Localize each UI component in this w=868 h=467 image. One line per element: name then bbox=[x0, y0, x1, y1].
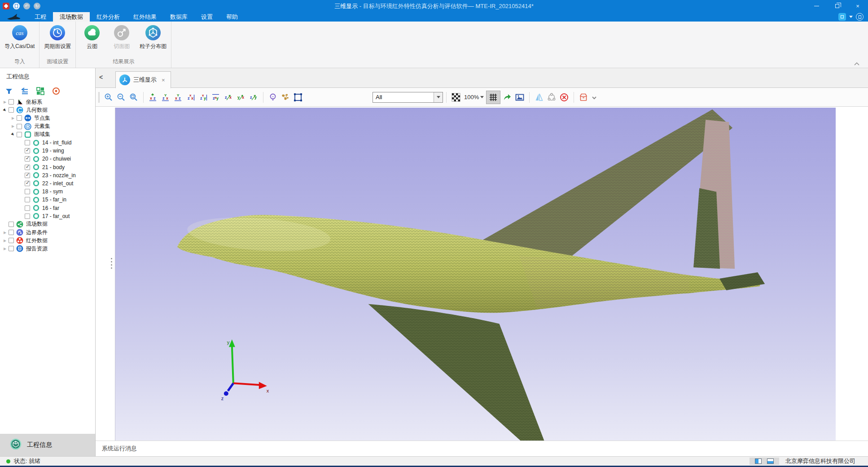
tree-item[interactable]: ▶元素集 bbox=[0, 122, 95, 131]
tree-checkbox-unchecked[interactable] bbox=[9, 107, 14, 113]
cloud-contour-button[interactable]: 云图 bbox=[80, 24, 104, 57]
zoom-level-dropdown[interactable]: 100% bbox=[464, 94, 484, 100]
transparency-icon[interactable] bbox=[450, 92, 462, 103]
particle-distribution-button[interactable]: 粒子分布图 bbox=[140, 24, 167, 57]
menu-item-infrared-results[interactable]: 红外结果 bbox=[127, 12, 163, 22]
expander-collapsed-icon[interactable]: ▶ bbox=[10, 116, 16, 120]
tree-item[interactable]: ▶几何数据 bbox=[0, 106, 95, 114]
tree-checkbox-unchecked[interactable] bbox=[9, 99, 14, 105]
tree-checkbox-checked[interactable] bbox=[25, 181, 30, 186]
box-select-icon[interactable] bbox=[292, 92, 304, 103]
tree-item[interactable]: 22 - inlet_out bbox=[0, 179, 95, 188]
toolbar-grip[interactable] bbox=[98, 92, 100, 103]
expander-collapsed-icon[interactable]: ▶ bbox=[10, 124, 16, 128]
undo-icon[interactable]: ↶ bbox=[23, 3, 30, 9]
tree-item[interactable]: 14 - int_fluid bbox=[0, 139, 95, 147]
layout-left-panel-icon[interactable] bbox=[755, 458, 762, 464]
tab-scroll-left-icon[interactable]: < bbox=[99, 74, 103, 81]
collapse-ribbon-icon[interactable] bbox=[854, 60, 860, 65]
view-left-icon[interactable]: xzY bbox=[172, 92, 184, 103]
particle-icon[interactable] bbox=[280, 92, 291, 103]
view-iso-xy-icon[interactable]: zx bbox=[223, 92, 234, 103]
display-filter-combobox[interactable]: All bbox=[373, 92, 443, 103]
tab-close-icon[interactable]: × bbox=[162, 77, 165, 83]
app-logo-icon[interactable] bbox=[3, 3, 9, 9]
tree-item-label[interactable]: 节点集 bbox=[34, 114, 50, 122]
redo-icon[interactable]: ↻ bbox=[34, 3, 40, 9]
tree-item-label[interactable]: 14 - int_fluid bbox=[42, 140, 71, 146]
tree-checkbox-unchecked[interactable] bbox=[9, 222, 14, 227]
tree-item-label[interactable]: 20 - chuiwei bbox=[42, 156, 71, 162]
tree-item[interactable]: 18 - sym bbox=[0, 188, 95, 196]
tree-item[interactable]: ▶边界条件 bbox=[0, 228, 95, 236]
tree-checkbox-unchecked[interactable] bbox=[9, 238, 14, 243]
tree-item-label[interactable]: 面域集 bbox=[34, 131, 50, 138]
menu-item-flowfield-data[interactable]: 流场数据 bbox=[53, 12, 90, 22]
view-bottom-icon[interactable]: zyx bbox=[210, 92, 222, 103]
package-icon[interactable] bbox=[578, 92, 589, 103]
tree-item[interactable]: ▶红外数据 bbox=[0, 236, 95, 244]
tree-item-label[interactable]: 几何数据 bbox=[26, 106, 48, 114]
light-icon[interactable] bbox=[267, 92, 279, 103]
tree-item-label[interactable]: 23 - nozzle_in bbox=[42, 172, 76, 179]
tree-checkbox-checked[interactable] bbox=[25, 148, 30, 153]
view-right-icon[interactable]: zxx bbox=[185, 92, 197, 103]
tree-item-label[interactable]: 元素集 bbox=[34, 122, 50, 130]
tree-checkbox-unchecked[interactable] bbox=[25, 205, 30, 211]
expander-collapsed-icon[interactable]: ▶ bbox=[2, 100, 8, 104]
tree-item-label[interactable]: 16 - far bbox=[42, 205, 59, 211]
restore-button[interactable] bbox=[827, 0, 847, 12]
expander-expanded-icon[interactable]: ▶ bbox=[10, 131, 17, 138]
minimize-button[interactable] bbox=[806, 0, 827, 12]
3d-canvas[interactable]: x y z bbox=[115, 108, 836, 441]
mirror-icon[interactable] bbox=[533, 92, 545, 103]
project-panel-bottom-tab[interactable]: 工程信息 bbox=[0, 434, 95, 456]
tree-checkbox-unchecked[interactable] bbox=[9, 246, 14, 251]
menu-item-engineering[interactable]: 工程 bbox=[28, 12, 53, 22]
zoom-out-icon[interactable] bbox=[115, 92, 127, 103]
import-cas-dat-button[interactable]: cas 导入Cas/Dat bbox=[4, 24, 35, 57]
tree-checkbox-checked[interactable] bbox=[25, 173, 30, 178]
tree-checkbox-unchecked[interactable] bbox=[9, 230, 14, 235]
tree-item-label[interactable]: 报告资源 bbox=[26, 245, 48, 253]
theme-icon[interactable] bbox=[838, 13, 846, 21]
tree-item-label[interactable]: 22 - inlet_out bbox=[42, 180, 73, 187]
locate-icon[interactable] bbox=[52, 87, 61, 96]
tab-3d-view[interactable]: 三维显示 × bbox=[115, 71, 171, 88]
zoom-in-icon[interactable] bbox=[103, 92, 114, 103]
tree-item[interactable]: ▶节点集 bbox=[0, 114, 95, 122]
tree-checkbox-checked[interactable] bbox=[25, 156, 30, 161]
tree-item[interactable]: 15 - far_in bbox=[0, 196, 95, 204]
tree-item[interactable]: ▶报告资源 bbox=[0, 244, 95, 253]
view-back-icon[interactable]: zxY bbox=[160, 92, 171, 103]
package-caret-icon[interactable] bbox=[592, 93, 597, 101]
tree-item[interactable]: 23 - nozzle_in bbox=[0, 171, 95, 179]
share-arrow-icon[interactable] bbox=[501, 92, 513, 103]
tree-item[interactable]: 21 - body bbox=[0, 163, 95, 171]
manual-icon[interactable] bbox=[856, 13, 864, 21]
view-front-icon[interactable]: xz bbox=[147, 92, 159, 103]
grid-view-icon[interactable] bbox=[36, 87, 45, 96]
tree-item-label[interactable]: 红外数据 bbox=[26, 237, 48, 244]
tree-checkbox-unchecked[interactable] bbox=[25, 214, 30, 219]
tree-checkbox-checked[interactable] bbox=[25, 165, 30, 170]
tree-checkbox-unchecked[interactable] bbox=[17, 124, 22, 129]
orbit-icon[interactable] bbox=[546, 92, 557, 103]
layout-bottom-panel-icon[interactable] bbox=[767, 458, 774, 464]
menu-item-infrared-analysis[interactable]: 红外分析 bbox=[90, 12, 127, 22]
tree-item-label[interactable]: 21 - body bbox=[42, 164, 65, 170]
tree-checkbox-unchecked[interactable] bbox=[17, 115, 22, 121]
tree-checkbox-unchecked[interactable] bbox=[25, 140, 30, 145]
tree-item-label[interactable]: 边界条件 bbox=[26, 229, 48, 236]
tree-item-label[interactable]: 18 - sym bbox=[42, 188, 63, 195]
tree-item[interactable]: ▶面域集 bbox=[0, 131, 95, 139]
menu-item-help[interactable]: 帮助 bbox=[219, 12, 245, 22]
tree-checkbox-unchecked[interactable] bbox=[17, 132, 22, 137]
snapshot-icon[interactable] bbox=[514, 92, 526, 103]
tree-item[interactable]: 19 - wing bbox=[0, 147, 95, 155]
view-top-icon[interactable]: zyx bbox=[197, 92, 209, 103]
tree-item-label[interactable]: 17 - far_out bbox=[42, 213, 70, 219]
view-iso-zx-icon[interactable]: zy bbox=[248, 92, 259, 103]
caret-down-icon[interactable] bbox=[849, 16, 853, 18]
cancel-icon[interactable] bbox=[558, 92, 570, 103]
